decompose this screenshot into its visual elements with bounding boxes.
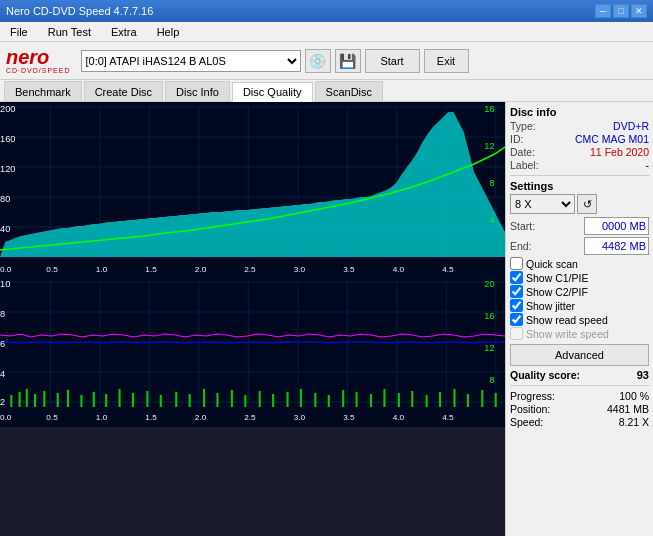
svg-rect-64 (132, 393, 134, 407)
tab-disc-info[interactable]: Disc Info (165, 81, 230, 101)
start-mb-row: Start: (510, 217, 649, 235)
svg-text:1.0: 1.0 (96, 413, 108, 422)
disc-id-value: CMC MAG M01 (575, 133, 649, 145)
maximize-button[interactable]: □ (613, 4, 629, 18)
exit-button[interactable]: Exit (424, 49, 469, 73)
svg-text:6: 6 (0, 339, 5, 349)
svg-rect-76 (300, 389, 302, 407)
toolbar-save-icon[interactable]: 💾 (335, 49, 361, 73)
position-row: Position: 4481 MB (510, 403, 649, 415)
svg-rect-73 (259, 391, 261, 407)
main-content: 200 160 120 80 40 16 12 8 4 0.0 0.5 1.0 … (0, 102, 653, 536)
settings-section: Settings 8 X ↺ Start: End: Quick scan (510, 180, 649, 366)
svg-text:160: 160 (0, 134, 15, 144)
disc-date-label: Date: (510, 146, 535, 158)
svg-text:4.5: 4.5 (442, 413, 454, 422)
svg-text:8: 8 (490, 178, 495, 188)
menu-file[interactable]: File (4, 24, 34, 40)
speed-select[interactable]: 8 X (510, 194, 575, 214)
right-panel: Disc info Type: DVD+R ID: CMC MAG M01 Da… (505, 102, 653, 536)
progress-row: Progress: 100 % (510, 390, 649, 402)
svg-rect-84 (411, 391, 413, 407)
menu-bar: File Run Test Extra Help (0, 22, 653, 42)
svg-text:4.0: 4.0 (393, 413, 405, 422)
disc-date-row: Date: 11 Feb 2020 (510, 146, 649, 158)
svg-text:2.0: 2.0 (195, 265, 207, 274)
svg-rect-85 (426, 395, 428, 407)
upper-chart-wrapper: 200 160 120 80 40 16 12 8 4 0.0 0.5 1.0 … (0, 102, 505, 277)
toolbar-disc-icon[interactable]: 💿 (305, 49, 331, 73)
svg-rect-37 (0, 277, 505, 427)
speed-label: Speed: (510, 416, 543, 428)
show-read-speed-checkbox[interactable] (510, 313, 523, 326)
svg-rect-83 (398, 393, 400, 407)
svg-rect-70 (216, 393, 218, 407)
svg-rect-72 (244, 395, 246, 407)
disc-info-title: Disc info (510, 106, 649, 118)
svg-text:12: 12 (484, 141, 494, 151)
svg-text:0.0: 0.0 (0, 413, 12, 422)
menu-run-test[interactable]: Run Test (42, 24, 97, 40)
close-button[interactable]: ✕ (631, 4, 647, 18)
show-read-speed-label: Show read speed (526, 314, 608, 326)
show-c2pif-checkbox[interactable] (510, 285, 523, 298)
svg-rect-57 (43, 391, 45, 407)
svg-text:2.5: 2.5 (244, 265, 256, 274)
quick-scan-row: Quick scan (510, 257, 649, 270)
disc-id-label: ID: (510, 133, 523, 145)
minimize-button[interactable]: ─ (595, 4, 611, 18)
end-mb-input[interactable] (584, 237, 649, 255)
svg-text:12: 12 (484, 343, 494, 353)
start-button[interactable]: Start (365, 49, 420, 73)
show-jitter-label: Show jitter (526, 300, 575, 312)
svg-rect-82 (383, 389, 385, 407)
show-jitter-checkbox[interactable] (510, 299, 523, 312)
disc-type-label: Type: (510, 120, 536, 132)
speed-row-prog: Speed: 8.21 X (510, 416, 649, 428)
svg-rect-81 (370, 394, 372, 407)
tab-create-disc[interactable]: Create Disc (84, 81, 163, 101)
quick-scan-label: Quick scan (526, 258, 578, 270)
svg-text:4.0: 4.0 (393, 265, 405, 274)
advanced-button[interactable]: Advanced (510, 344, 649, 366)
svg-rect-58 (57, 393, 59, 407)
disc-id-row: ID: CMC MAG M01 (510, 133, 649, 145)
svg-text:16: 16 (484, 311, 494, 321)
start-mb-input[interactable] (584, 217, 649, 235)
svg-text:3.5: 3.5 (343, 413, 355, 422)
menu-help[interactable]: Help (151, 24, 186, 40)
svg-text:8: 8 (490, 375, 495, 385)
svg-text:0.5: 0.5 (46, 265, 58, 274)
show-write-speed-checkbox[interactable] (510, 327, 523, 340)
svg-rect-60 (80, 395, 82, 407)
tab-scan-disc[interactable]: ScanDisc (315, 81, 383, 101)
disc-label-value: - (646, 159, 650, 171)
tab-benchmark[interactable]: Benchmark (4, 81, 82, 101)
menu-extra[interactable]: Extra (105, 24, 143, 40)
svg-rect-80 (356, 392, 358, 407)
show-write-speed-label: Show write speed (526, 328, 609, 340)
toolbar: nero CD·DVD/SPEED [0:0] ATAPI iHAS124 B … (0, 42, 653, 80)
svg-rect-71 (231, 390, 233, 407)
quick-scan-checkbox[interactable] (510, 257, 523, 270)
disc-label-label: Label: (510, 159, 539, 171)
show-c1pie-row: Show C1/PIE (510, 271, 649, 284)
quality-score-label: Quality score: (510, 369, 580, 381)
disc-date-value: 11 Feb 2020 (590, 146, 649, 158)
show-c1pie-checkbox[interactable] (510, 271, 523, 284)
svg-text:2.5: 2.5 (244, 413, 256, 422)
svg-text:3.0: 3.0 (294, 265, 306, 274)
upper-chart-svg: 200 160 120 80 40 16 12 8 4 0.0 0.5 1.0 … (0, 102, 505, 277)
svg-rect-77 (314, 393, 316, 407)
app-title: Nero CD-DVD Speed 4.7.7.16 (6, 5, 153, 17)
title-bar: Nero CD-DVD Speed 4.7.7.16 ─ □ ✕ (0, 0, 653, 22)
nero-logo-area: nero CD·DVD/SPEED (6, 47, 71, 74)
drive-select[interactable]: [0:0] ATAPI iHAS124 B AL0S (81, 50, 301, 72)
svg-text:4: 4 (0, 369, 5, 379)
refresh-button[interactable]: ↺ (577, 194, 597, 214)
tab-disc-quality[interactable]: Disc Quality (232, 82, 313, 102)
svg-rect-63 (119, 389, 121, 407)
svg-text:2.0: 2.0 (195, 413, 207, 422)
svg-rect-65 (146, 391, 148, 407)
svg-rect-86 (439, 392, 441, 407)
